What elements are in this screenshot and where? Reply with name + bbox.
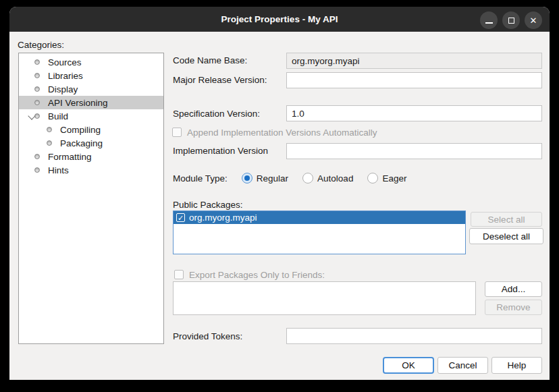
provided-tokens-label: Provided Tokens:	[173, 331, 242, 341]
maximize-icon	[508, 18, 514, 24]
checked-checkbox-icon[interactable]: ✓	[176, 213, 185, 222]
category-bullet-icon	[34, 167, 40, 173]
public-packages-list[interactable]: ✓ org.myorg.myapi	[173, 211, 466, 254]
minimize-button[interactable]	[480, 11, 498, 29]
package-list-item[interactable]: ✓ org.myorg.myapi	[174, 211, 465, 224]
module-type-eager[interactable]: Eager	[367, 173, 406, 184]
title-bar[interactable]: Project Properties - My API ✕	[9, 7, 550, 32]
module-type-group: Module Type: Regular Autoload Eager	[173, 173, 406, 184]
major-release-version-field[interactable]	[286, 72, 542, 88]
minimize-icon	[485, 22, 493, 24]
tree-item-label: Display	[48, 84, 78, 94]
category-bullet-icon	[34, 73, 40, 78]
radio-label: Autoload	[317, 173, 353, 184]
maximize-button[interactable]	[502, 11, 520, 29]
tree-item-api-versioning[interactable]: API Versioning	[19, 96, 163, 109]
close-icon: ✕	[530, 16, 537, 25]
radio-label: Regular	[257, 173, 288, 184]
cancel-button[interactable]: Cancel	[437, 357, 488, 374]
category-bullet-icon	[34, 59, 40, 65]
friends-list-box[interactable]	[173, 281, 476, 315]
specification-version-label: Specification Version:	[173, 109, 260, 119]
tree-item-label: Libraries	[48, 71, 83, 81]
deselect-all-button[interactable]: Deselect all	[469, 228, 543, 244]
export-friends-label: Export Packages Only to Friends:	[189, 270, 325, 280]
specification-version-field[interactable]	[286, 105, 542, 121]
tree-item-compiling[interactable]: Compiling	[19, 123, 163, 136]
tree-item-build[interactable]: Build	[19, 109, 163, 123]
radio-unselected-icon[interactable]	[302, 173, 313, 184]
chevron-down-icon[interactable]	[28, 112, 35, 119]
window-controls: ✕	[480, 11, 542, 29]
tree-item-label: Packaging	[60, 138, 103, 148]
tree-item-label: API Versioning	[48, 98, 108, 108]
tree-item-display[interactable]: Display	[19, 82, 163, 96]
category-bullet-icon	[47, 127, 52, 132]
tree-item-label: Compiling	[60, 125, 101, 135]
category-bullet-icon	[47, 140, 52, 146]
remove-button: Remove	[485, 300, 542, 315]
select-all-button: Select all	[471, 212, 542, 227]
radio-selected-icon[interactable]	[242, 173, 252, 184]
categories-label: Categories:	[18, 40, 64, 50]
module-type-autoload[interactable]: Autoload	[302, 173, 353, 184]
close-button[interactable]: ✕	[525, 11, 542, 29]
tree-item-label: Sources	[48, 57, 82, 67]
code-name-base-field[interactable]	[286, 53, 542, 69]
radio-unselected-icon[interactable]	[367, 173, 378, 184]
package-name: org.myorg.myapi	[189, 213, 257, 223]
major-release-version-label: Major Release Version:	[173, 75, 267, 85]
provided-tokens-field[interactable]	[286, 328, 542, 344]
tree-item-hints[interactable]: Hints	[19, 163, 163, 177]
tree-item-label: Build	[48, 111, 68, 121]
tree-item-libraries[interactable]: Libraries	[19, 69, 163, 82]
implementation-version-field[interactable]	[286, 143, 542, 159]
categories-tree: Sources Libraries Display API Versioning…	[18, 53, 164, 344]
export-friends-checkbox	[174, 270, 184, 279]
radio-label: Eager	[382, 173, 406, 184]
append-impl-versions-label: Append Implementation Versions Automatic…	[187, 128, 377, 138]
tree-item-label: Hints	[48, 165, 69, 175]
window-title: Project Properties - My API	[221, 14, 338, 24]
category-bullet-icon	[34, 100, 40, 105]
help-button[interactable]: Help	[491, 357, 542, 374]
ok-button[interactable]: OK	[383, 357, 434, 374]
desktop-background: Project Properties - My API ✕ Categories…	[0, 0, 559, 392]
tree-item-packaging[interactable]: Packaging	[19, 136, 163, 150]
category-bullet-icon	[34, 154, 40, 159]
public-packages-label: Public Packages:	[173, 200, 243, 210]
append-impl-versions-checkbox	[172, 128, 182, 137]
module-type-regular[interactable]: Regular	[242, 173, 288, 184]
tree-item-sources[interactable]: Sources	[19, 55, 163, 69]
category-bullet-icon	[34, 86, 40, 92]
implementation-version-label: Implementation Version	[173, 146, 268, 156]
tree-item-formatting[interactable]: Formatting	[19, 150, 163, 163]
module-type-label: Module Type:	[173, 173, 228, 184]
add-button[interactable]: Add...	[485, 281, 542, 297]
code-name-base-label: Code Name Base:	[173, 55, 247, 65]
tree-item-label: Formatting	[48, 152, 92, 162]
project-properties-dialog: Project Properties - My API ✕ Categories…	[9, 7, 550, 380]
